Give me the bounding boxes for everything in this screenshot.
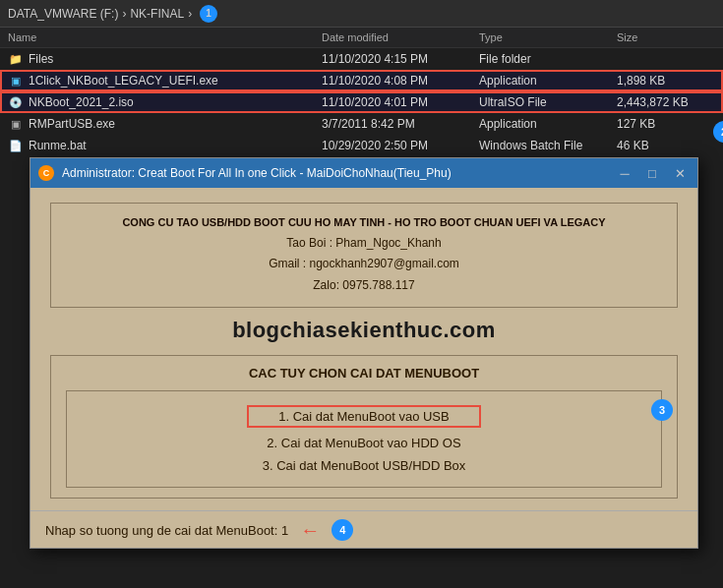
- file-name: ▣ RMPartUSB.exe: [8, 116, 322, 132]
- file-name: 💿 NKBoot_2021_2.iso: [8, 94, 322, 110]
- section-box: CAC TUY CHON CAI DAT MENUBOOT 1. Cai dat…: [50, 355, 678, 499]
- app-window: C Administrator: Creat Boot For All In o…: [30, 157, 698, 549]
- option-1-label: 1. Cai dat MenuBoot vao USB: [247, 405, 480, 428]
- table-row[interactable]: 💿 NKBoot_2021_2.iso 11/10/2020 4:01 PM U…: [0, 91, 723, 113]
- option-2-label: 2. Cai dat MenuBoot vao HDD OS: [267, 436, 460, 450]
- table-row[interactable]: 📁 Files 11/10/2020 4:15 PM File folder: [0, 48, 723, 70]
- col-type: Type: [479, 31, 617, 43]
- section-header: CAC TUY CHON CAI DAT MENUBOOT: [66, 366, 662, 381]
- blog-title: blogchiasekienthuc.com: [50, 318, 678, 343]
- breadcrumb-sep1: ›: [122, 7, 126, 21]
- breadcrumb[interactable]: DATA_VMWARE (F:) › NK-FINAL › 1: [0, 0, 723, 28]
- breadcrumb-sep2: ›: [188, 7, 192, 21]
- option-2[interactable]: 2. Cai dat MenuBoot vao HDD OS: [82, 432, 646, 454]
- col-name: Name: [8, 31, 322, 43]
- bottom-text: Nhap so tuong ung de cai dat MenuBoot: 1: [45, 523, 288, 538]
- options-area: 1. Cai dat MenuBoot vao USB 2. Cai dat M…: [66, 390, 662, 488]
- badge-4: 4: [331, 519, 353, 541]
- bat-icon: 📄: [8, 138, 24, 153]
- titlebar-controls: ─ □ ✕: [615, 163, 690, 183]
- info-zalo: Zalo: 0975.788.117: [66, 275, 662, 297]
- info-title: CONG CU TAO USB/HDD BOOT CUU HO MAY TINH…: [66, 213, 662, 233]
- file-name: ▣ 1Click_NKBoot_LEGACY_UEFI.exe: [8, 73, 322, 88]
- badge-1: 1: [200, 5, 217, 23]
- arrow-icon: ←: [300, 519, 320, 542]
- option-3[interactable]: 3. Cai dat MenuBoot USB/HDD Box: [82, 454, 646, 477]
- app-title: Administrator: Creat Boot For All In one…: [62, 166, 615, 180]
- option-1[interactable]: 1. Cai dat MenuBoot vao USB: [82, 401, 646, 432]
- folder-icon: 📁: [8, 51, 24, 67]
- exe-icon: ▣: [8, 73, 24, 88]
- col-date: Date modified: [322, 31, 479, 43]
- app-titlebar: C Administrator: Creat Boot For All In o…: [30, 158, 697, 188]
- option-3-label: 3. Cai dat MenuBoot USB/HDD Box: [263, 458, 466, 473]
- iso-icon: 💿: [8, 94, 24, 110]
- file-list-header: Name Date modified Type Size: [0, 28, 723, 48]
- minimize-button[interactable]: ─: [615, 163, 634, 183]
- breadcrumb-folder: NK-FINAL: [130, 7, 184, 21]
- info-author: Tao Boi : Pham_Ngoc_Khanh: [66, 233, 662, 255]
- table-row[interactable]: 📄 Runme.bat 10/29/2020 2:50 PM Windows B…: [0, 135, 723, 156]
- maximize-button[interactable]: □: [642, 163, 662, 183]
- app-body: CONG CU TAO USB/HDD BOOT CUU HO MAY TINH…: [30, 188, 697, 510]
- breadcrumb-drive: DATA_VMWARE (F:): [8, 7, 118, 21]
- app-icon: C: [38, 165, 54, 181]
- info-box: CONG CU TAO USB/HDD BOOT CUU HO MAY TINH…: [50, 203, 678, 308]
- file-name: 📁 Files: [8, 51, 322, 67]
- file-list: 📁 Files 11/10/2020 4:15 PM File folder ▣…: [0, 48, 723, 156]
- col-size: Size: [617, 31, 715, 43]
- file-name: 📄 Runme.bat: [8, 138, 322, 153]
- info-gmail: Gmail : ngockhanh2907@gmail.com: [66, 254, 662, 275]
- badge-3: 3: [651, 399, 673, 421]
- table-row[interactable]: ▣ 1Click_NKBoot_LEGACY_UEFI.exe 11/10/20…: [0, 70, 723, 91]
- bottom-bar: Nhap so tuong ung de cai dat MenuBoot: 1…: [30, 510, 697, 548]
- table-row[interactable]: ▣ RMPartUSB.exe 3/7/2011 8:42 PM Applica…: [0, 113, 723, 135]
- close-button[interactable]: ✕: [670, 163, 690, 183]
- app-icon: ▣: [8, 116, 24, 132]
